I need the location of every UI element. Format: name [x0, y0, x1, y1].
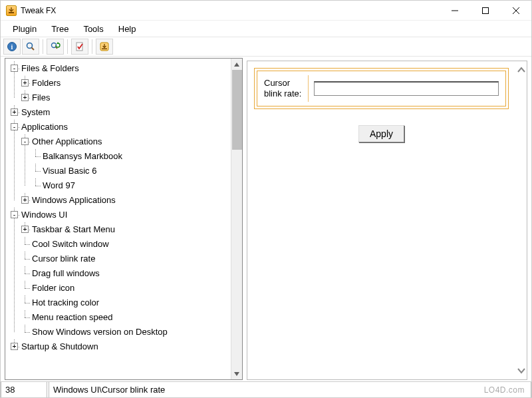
tree-node-label[interactable]: Applications — [20, 122, 69, 132]
expand-icon[interactable]: + — [11, 343, 18, 350]
tree-node[interactable]: Word 97 — [31, 178, 231, 193]
tree-node-label[interactable]: Windows Applications — [31, 195, 117, 205]
app-icon — [6, 5, 17, 16]
tree-node-label[interactable]: Cool Switch window — [31, 239, 110, 249]
toolbar-import-button[interactable] — [96, 39, 113, 55]
tree-node[interactable]: +Startup & Shutdown — [9, 339, 231, 354]
setting-label-line2: blink rate: — [264, 89, 301, 99]
collapse-icon[interactable]: - — [11, 123, 18, 130]
status-count: 38 — [1, 382, 47, 397]
setting-frame: Cursor blink rate: — [254, 68, 509, 109]
tree-node[interactable]: Drag full windows — [20, 266, 231, 281]
collapse-icon[interactable]: - — [11, 65, 18, 72]
close-button[interactable] — [501, 1, 531, 21]
maximize-button[interactable] — [470, 1, 501, 21]
tree-panel: -Files & Folders+Folders+Files+System-Ap… — [5, 58, 243, 380]
svg-line-8 — [32, 48, 35, 51]
tree-node-label[interactable]: Drag full windows — [31, 268, 101, 278]
menu-plugin[interactable]: Plugin — [6, 23, 43, 35]
expand-icon[interactable]: + — [21, 94, 29, 101]
tree-node[interactable]: Menu reaction speed — [20, 310, 231, 325]
tree-node[interactable]: +Windows Applications — [20, 193, 231, 208]
menubar: Plugin Tree Tools Help — [1, 21, 531, 37]
toolbar-search-button[interactable] — [22, 39, 39, 55]
tree-node[interactable]: +Files — [20, 91, 231, 105]
tree-node[interactable]: -Applications-Other ApplicationsBalkansy… — [9, 120, 231, 208]
scroll-down-icon[interactable] — [517, 366, 526, 375]
tree-node[interactable]: Cool Switch window — [20, 237, 231, 252]
toolbar-separator — [67, 39, 68, 54]
apply-button[interactable]: Apply — [358, 125, 404, 142]
window-controls — [440, 1, 531, 21]
toolbar-validate-button[interactable] — [71, 39, 88, 55]
detail-body: Cursor blink rate: Apply — [247, 61, 515, 379]
tree-node[interactable]: Hot tracking color — [20, 296, 231, 310]
minimize-button[interactable] — [440, 1, 470, 21]
content-area: -Files & Folders+Folders+Files+System-Ap… — [1, 57, 531, 381]
tree-node[interactable]: +Taskbar & Start Menu — [20, 222, 231, 237]
tree-node-label[interactable]: Folder icon — [31, 283, 76, 293]
tree-node[interactable]: +Folders — [20, 76, 231, 91]
tree-node-label[interactable]: Folders — [31, 78, 62, 88]
tree-node[interactable]: Visual Basic 6 — [31, 164, 231, 178]
menu-tools[interactable]: Tools — [76, 23, 110, 35]
tree-node-label[interactable]: Show Windows version on Desktop — [31, 327, 169, 337]
window-title: Tweak FX — [21, 6, 56, 15]
collapse-icon[interactable]: - — [21, 138, 29, 145]
scroll-down-button[interactable] — [231, 368, 243, 379]
tree-node-label[interactable]: Windows UI — [20, 210, 68, 220]
toolbar-refresh-search-button[interactable] — [47, 39, 64, 55]
tree-node-label[interactable]: Taskbar & Start Menu — [31, 224, 116, 234]
tree-node-label[interactable]: Startup & Shutdown — [20, 341, 100, 351]
svg-rect-2 — [483, 7, 489, 13]
setting-input-box — [309, 81, 501, 96]
svg-marker-15 — [234, 63, 239, 67]
tree-node[interactable]: Cursor blink rate — [20, 252, 231, 266]
tree-node-label[interactable]: Files & Folders — [20, 63, 80, 73]
svg-text:i: i — [11, 43, 13, 51]
toolbar-separator — [43, 39, 43, 54]
collapse-icon[interactable]: - — [11, 211, 18, 218]
tree-scrollbar[interactable] — [231, 59, 242, 379]
expand-icon[interactable]: + — [21, 196, 29, 204]
tree-view[interactable]: -Files & Folders+Folders+Files+System-Ap… — [5, 59, 231, 379]
scroll-up-icon[interactable] — [517, 65, 526, 75]
scroll-thumb[interactable] — [232, 70, 242, 150]
tree-node[interactable]: +System — [9, 105, 231, 120]
tree-node[interactable]: -Windows UI+Taskbar & Start MenuCool Swi… — [9, 208, 231, 339]
toolbar: i — [1, 37, 531, 57]
setting-label: Cursor blink rate: — [261, 75, 309, 102]
tree-node-label[interactable]: System — [20, 107, 51, 117]
svg-marker-16 — [234, 372, 239, 376]
tree-node[interactable]: Balkansys Markbook — [31, 149, 231, 164]
cursor-blink-rate-input[interactable] — [314, 81, 499, 96]
tree-node-label[interactable]: Cursor blink rate — [31, 254, 96, 264]
expand-icon[interactable]: + — [21, 79, 29, 87]
svg-rect-12 — [76, 43, 82, 51]
tree-node-label[interactable]: Balkansys Markbook — [41, 151, 124, 161]
detail-panel: Cursor blink rate: Apply — [247, 61, 527, 380]
expand-icon[interactable]: + — [11, 108, 18, 116]
tree-node[interactable]: Show Windows version on Desktop — [20, 325, 231, 339]
expand-icon[interactable]: + — [21, 226, 29, 233]
tree-node[interactable]: -Files & Folders+Folders+Files — [9, 61, 231, 105]
scroll-up-button[interactable] — [231, 59, 243, 70]
toolbar-info-button[interactable]: i — [3, 39, 21, 55]
tree-node-label[interactable]: Visual Basic 6 — [41, 166, 98, 176]
svg-point-7 — [27, 43, 33, 49]
titlebar: Tweak FX — [1, 1, 531, 21]
watermark: LO4D.com — [484, 385, 525, 395]
menu-tree[interactable]: Tree — [45, 23, 75, 35]
statusbar: 38 Windows UI\Cursor blink rate — [1, 381, 531, 397]
menu-help[interactable]: Help — [112, 23, 143, 35]
detail-scrollbar[interactable] — [515, 61, 527, 379]
tree-node-label[interactable]: Files — [31, 93, 51, 102]
toolbar-separator — [92, 39, 92, 54]
tree-node[interactable]: -Other ApplicationsBalkansys MarkbookVis… — [20, 134, 231, 193]
tree-node-label[interactable]: Menu reaction speed — [31, 312, 114, 322]
tree-node-label[interactable]: Word 97 — [41, 180, 76, 190]
svg-rect-0 — [9, 12, 14, 13]
tree-node[interactable]: Folder icon — [20, 281, 231, 296]
tree-node-label[interactable]: Other Applications — [31, 136, 104, 146]
tree-node-label[interactable]: Hot tracking color — [31, 298, 100, 307]
